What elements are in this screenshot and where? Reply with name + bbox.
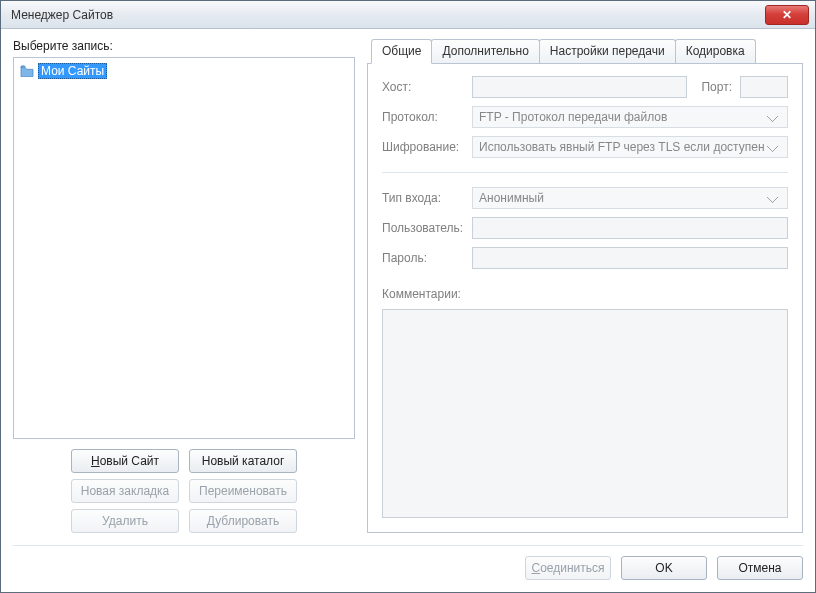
user-input bbox=[472, 217, 788, 239]
folder-icon bbox=[20, 65, 34, 77]
new-bookmark-button: Новая закладка bbox=[71, 479, 179, 503]
tree-root-item[interactable]: Мои Сайты bbox=[18, 62, 350, 80]
row-host: Хост: Порт: bbox=[382, 76, 788, 98]
rename-button: Переименовать bbox=[189, 479, 297, 503]
new-site-button[interactable]: Новый Сайт bbox=[71, 449, 179, 473]
encryption-label: Шифрование: bbox=[382, 140, 464, 154]
site-manager-window: Менеджер Сайтов ✕ Выберите запись: bbox=[0, 0, 816, 593]
main-row: Выберите запись: Мои Сайты Нов bbox=[13, 39, 803, 533]
tab-general[interactable]: Общие bbox=[371, 39, 432, 64]
encryption-select: Использовать явный FTP через TLS если до… bbox=[472, 136, 788, 158]
tree-root-label[interactable]: Мои Сайты bbox=[38, 63, 107, 79]
tab-pane-general: Хост: Порт: Протокол: FTP - Протокол пер… bbox=[367, 63, 803, 533]
ok-button[interactable]: OK bbox=[621, 556, 707, 580]
host-input bbox=[472, 76, 687, 98]
port-input bbox=[740, 76, 788, 98]
tabs: Общие Дополнительно Настройки передачи К… bbox=[371, 39, 803, 63]
row-logon: Тип входа: Анонимный bbox=[382, 187, 788, 209]
comments-label: Комментарии: bbox=[382, 287, 788, 301]
right-column: Общие Дополнительно Настройки передачи К… bbox=[367, 39, 803, 533]
tab-advanced[interactable]: Дополнительно bbox=[431, 39, 539, 63]
footer-buttons: Соединиться OK Отмена bbox=[13, 545, 803, 580]
left-column: Выберите запись: Мои Сайты Нов bbox=[13, 39, 355, 533]
dialog-body: Выберите запись: Мои Сайты Нов bbox=[1, 29, 815, 592]
port-label: Порт: bbox=[701, 80, 732, 94]
cancel-button[interactable]: Отмена bbox=[717, 556, 803, 580]
window-title: Менеджер Сайтов bbox=[11, 8, 765, 22]
host-label: Хост: bbox=[382, 80, 464, 94]
user-label: Пользователь: bbox=[382, 221, 464, 235]
duplicate-button: Дублировать bbox=[189, 509, 297, 533]
comments-textarea bbox=[382, 309, 788, 518]
connect-button: Соединиться bbox=[525, 556, 611, 580]
site-buttons-grid: Новый Сайт Новый каталог Новая закладка … bbox=[13, 449, 355, 533]
close-icon: ✕ bbox=[782, 8, 792, 22]
separator-1 bbox=[382, 172, 788, 173]
new-folder-button[interactable]: Новый каталог bbox=[189, 449, 297, 473]
logon-type-label: Тип входа: bbox=[382, 191, 464, 205]
delete-button: Удалить bbox=[71, 509, 179, 533]
select-entry-label: Выберите запись: bbox=[13, 39, 355, 53]
site-tree[interactable]: Мои Сайты bbox=[13, 57, 355, 439]
tab-transfer[interactable]: Настройки передачи bbox=[539, 39, 676, 63]
tab-charset[interactable]: Кодировка bbox=[675, 39, 756, 63]
row-password: Пароль: bbox=[382, 247, 788, 269]
row-protocol: Протокол: FTP - Протокол передачи файлов bbox=[382, 106, 788, 128]
protocol-select: FTP - Протокол передачи файлов bbox=[472, 106, 788, 128]
password-input bbox=[472, 247, 788, 269]
close-button[interactable]: ✕ bbox=[765, 5, 809, 25]
row-encryption: Шифрование: Использовать явный FTP через… bbox=[382, 136, 788, 158]
row-user: Пользователь: bbox=[382, 217, 788, 239]
protocol-label: Протокол: bbox=[382, 110, 464, 124]
titlebar[interactable]: Менеджер Сайтов ✕ bbox=[1, 1, 815, 29]
logon-type-select: Анонимный bbox=[472, 187, 788, 209]
password-label: Пароль: bbox=[382, 251, 464, 265]
